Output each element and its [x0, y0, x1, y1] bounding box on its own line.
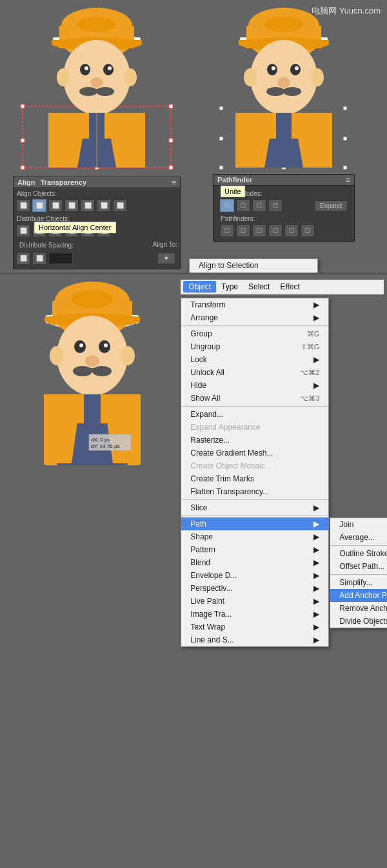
svg-point-87	[121, 346, 135, 365]
menu-rasterize[interactable]: Rasterize...	[181, 434, 328, 447]
menu-envelope[interactable]: Envelope D...▶	[181, 569, 328, 582]
sep-3	[181, 499, 328, 500]
spacing-btn-1[interactable]: ⬜	[16, 252, 30, 265]
menu-live-paint[interactable]: Live Paint▶	[181, 595, 328, 608]
align-to-label: Align To:	[153, 241, 177, 248]
sep-2	[181, 406, 328, 407]
menu-perspective[interactable]: Perspectiv...▶	[181, 582, 328, 595]
align-left-btn[interactable]: ⬜	[16, 199, 30, 212]
submenu-average[interactable]: Average...⌥⌘J	[330, 531, 387, 544]
shape-modes-row: ☐ Unite ☐ ☐ ☐ Expand	[217, 198, 350, 213]
path-btn-3[interactable]: ☐	[252, 224, 266, 237]
submenu-remove-anchor-points[interactable]: Remove Anchor Points	[330, 602, 387, 615]
expand-btn[interactable]: Expand	[314, 200, 348, 211]
worker-figure-right	[200, 6, 368, 174]
svg-point-63	[277, 77, 290, 88]
distribute-spacing-row: ⬜ ⬜ 0 px ▼ Align to Selection Align to K…	[14, 251, 180, 266]
menu-create-trim-marks[interactable]: Create Trim Marks	[181, 472, 328, 485]
svg-point-23	[84, 66, 88, 70]
align-to-dropdown[interactable]: ▼	[157, 253, 175, 264]
path-btn-6[interactable]: ☐	[301, 224, 315, 237]
menu-text-wrap[interactable]: Text Wrap▶	[181, 621, 328, 633]
menu-path[interactable]: Path▶	[181, 517, 328, 530]
svg-point-92	[85, 355, 99, 367]
svg-point-61	[272, 66, 275, 70]
menu-expand[interactable]: Expand...	[181, 408, 328, 421]
menu-bar: Object Type Select Effect	[181, 280, 384, 294]
menu-flatten-transparency[interactable]: Flatten Transparency...	[181, 485, 328, 498]
path-btn-4[interactable]: ☐	[268, 224, 283, 237]
menu-image-trace[interactable]: Image Tra...▶	[181, 608, 328, 621]
align-center-h-btn[interactable]: ⬜	[32, 199, 46, 212]
menu-type[interactable]: Type	[216, 281, 243, 293]
align-bottom-btn[interactable]: ⬜	[97, 199, 111, 212]
transparency-tab[interactable]: Transparency	[41, 178, 87, 186]
svg-point-57	[244, 68, 257, 86]
spacing-btn-2[interactable]: ⬜	[32, 252, 46, 265]
svg-rect-75	[292, 113, 303, 139]
svg-rect-35	[119, 113, 145, 132]
align-middle-btn[interactable]: ⬜	[81, 199, 95, 212]
menu-arrange[interactable]: Arrange▶	[181, 311, 328, 324]
svg-rect-74	[264, 113, 276, 139]
svg-rect-43	[219, 137, 223, 140]
menu-create-object-mosaic: Create Object Mosaic...	[181, 459, 328, 472]
exclude-btn[interactable]: ☐	[268, 199, 283, 212]
svg-point-62	[295, 66, 299, 70]
pathfinder-menu-icon[interactable]: ≡	[346, 176, 350, 184]
svg-rect-66	[275, 89, 292, 92]
pathfinder-body: Shape Modes: ☐ Unite ☐ ☐ ☐ Expand Pat	[213, 186, 354, 241]
align-extra-btn[interactable]: ⬜	[113, 199, 127, 212]
menu-path-container: Path▶ Join⌘J Average...⌥⌘J Outline Strok…	[181, 517, 328, 530]
menu-pattern[interactable]: Pattern▶	[181, 543, 328, 556]
svg-text:dY: 14.75 ps: dY: 14.75 ps	[91, 443, 119, 449]
distribute-spacing-label: Distribute Spacing:	[16, 240, 77, 249]
svg-rect-34	[48, 113, 74, 132]
bottom-right-panel: Object Type Select Effect Transform▶ Arr…	[181, 280, 384, 473]
spacing-input[interactable]: 0 px	[48, 253, 73, 264]
menu-slice[interactable]: Slice▶	[181, 501, 328, 514]
menu-effect[interactable]: Effect	[275, 281, 304, 293]
menu-show-all[interactable]: Show All⌥⌘3	[181, 392, 328, 405]
menu-lock[interactable]: Lock▶	[181, 353, 328, 366]
menu-line-and-s[interactable]: Line and S...▶	[181, 633, 328, 646]
panel-menu-icon[interactable]: ≡	[172, 178, 176, 186]
menu-select[interactable]: Select	[243, 281, 275, 293]
menu-hide[interactable]: Hide▶	[181, 379, 328, 392]
menu-group[interactable]: Group⌘G	[181, 327, 328, 340]
submenu-offset-path[interactable]: Offset Path...	[330, 560, 387, 573]
dist-btn-1[interactable]: ⬜	[16, 224, 30, 237]
unite-btn[interactable]: ☐ Unite	[220, 199, 234, 212]
right-character-panel: Pathfinder ≡ Shape Modes: ☐ Unite ☐ ☐ ☐	[190, 6, 377, 273]
align-objects-label: Align Objects:	[14, 188, 180, 198]
path-btn-1[interactable]: ☐	[220, 224, 234, 237]
menu-shape[interactable]: Shape▶	[181, 530, 328, 543]
menu-blend[interactable]: Blend▶	[181, 556, 328, 569]
minus-front-btn[interactable]: ☐	[236, 199, 250, 212]
submenu-join[interactable]: Join⌘J	[330, 518, 387, 531]
intersect-btn[interactable]: ☐	[252, 199, 266, 212]
submenu-simplify[interactable]: Simplify...	[330, 576, 387, 589]
svg-point-53	[264, 17, 303, 32]
top-section: 电脑网 Yuucn.com	[0, 0, 387, 273]
menu-create-gradient-mesh[interactable]: Create Gradient Mesh...	[181, 447, 328, 459]
menu-transform[interactable]: Transform▶	[181, 298, 328, 311]
submenu-divide-objects-below[interactable]: Divide Objects Below	[330, 615, 387, 628]
menu-object[interactable]: Object	[183, 281, 216, 293]
path-btn-2[interactable]: ☐	[236, 224, 250, 237]
submenu-add-anchor-points[interactable]: Add Anchor Points	[330, 589, 387, 602]
svg-point-82	[72, 290, 113, 308]
align-to-selection[interactable]: Align to Selection	[190, 259, 317, 272]
align-right-btn[interactable]: ⬜	[48, 199, 63, 212]
menu-ungroup[interactable]: Ungroup⇧⌘G	[181, 340, 328, 353]
worker-figure-bottom: dX: 0 ps dY: 14.75 ps	[5, 280, 179, 473]
menu-unlock-all[interactable]: Unlock All⌥⌘2	[181, 366, 328, 379]
pathfinder-title: Pathfinder	[217, 176, 252, 184]
svg-point-19	[57, 68, 70, 86]
align-objects-row: ⬜ ⬜ ⬜ ⬜ ⬜ ⬜ ⬜	[14, 198, 180, 213]
path-btn-5[interactable]: ☐	[284, 224, 299, 237]
align-top-btn[interactable]: ⬜	[64, 199, 79, 212]
pathfinders-label: Pathfinders:	[217, 213, 350, 223]
align-tab[interactable]: Align	[17, 178, 35, 186]
submenu-outline-stroke[interactable]: Outline Stroke	[330, 547, 387, 560]
